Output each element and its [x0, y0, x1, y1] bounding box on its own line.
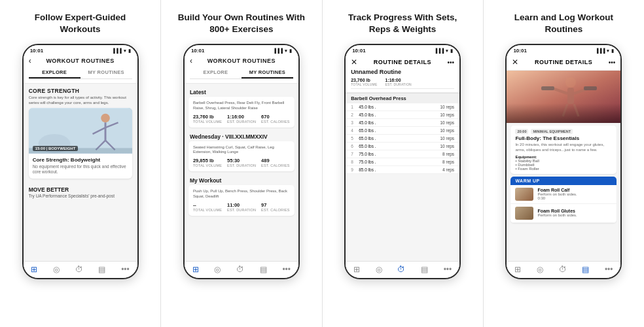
phone-4-statusbar: 10:01 ▐▐▐ ▾ ▮ [507, 45, 620, 55]
phone-1-title-row: ‹ WORKOUT ROUTINES [29, 58, 132, 64]
home-icon-4[interactable]: ⊞ [514, 265, 521, 274]
card-info-1: Core Strength: Bodyweight No equipment r… [29, 154, 132, 179]
lesson-tags: 20:00 MINIMAL EQUIPMENT [515, 129, 612, 134]
signal-icon: ▐▐▐ [112, 48, 122, 53]
panel-2-title: Build Your Own Routines With 800+ Exerci… [176, 12, 307, 35]
phone-1-bottombar: ⊞ ◎ ⏱ ▤ ••• [24, 261, 137, 278]
close-icon-4[interactable]: ✕ [512, 58, 518, 67]
workout-item-myworkout[interactable]: Push Up, Pull Up, Bench Press, Shoulder … [188, 185, 295, 216]
log-icon-2[interactable]: ▤ [260, 265, 267, 274]
more-icon-3[interactable]: ••• [444, 265, 452, 274]
timer-icon-3[interactable]: ⏱ [397, 265, 405, 274]
warmup-name-1: Foam Roll Calf [537, 188, 612, 192]
tab-explore-1[interactable]: EXPLORE [29, 67, 80, 78]
myworkout-exercises: Push Up, Pull Up, Bench Press, Shoulder … [193, 189, 290, 199]
phone-1-content: CORE STRENGTH Core strength is key for a… [24, 84, 137, 261]
sets-section: 1 45.0 lbs . 10 reps 2 45.0 lbs . 10 rep… [346, 103, 459, 174]
tab-explore-2[interactable]: EXPLORE [190, 67, 241, 78]
close-icon-3[interactable]: ✕ [351, 58, 357, 67]
card-name-1: Core Strength: Bodyweight [33, 157, 128, 163]
move-better-sub: Try UA Performance Specialists' pre-and-… [29, 194, 132, 198]
phone-1-statusbar: 10:01 ▐▐▐ ▾ ▮ [24, 45, 137, 55]
battery-icon: ▮ [128, 48, 131, 54]
log-icon-3[interactable]: ▤ [421, 265, 428, 274]
search-icon-4[interactable]: ◎ [537, 265, 543, 274]
latest-stats: 23,760 lb TOTAL VOLUME 1:16:00 EST. DURA… [193, 114, 290, 124]
section-header-1: CORE STRENGTH Core strength is key for a… [24, 84, 137, 108]
core-strength-card[interactable]: 15:00 | BODYWEIGHT Core Strength: Bodywe… [29, 108, 132, 179]
wifi-icon: ▾ [124, 48, 126, 54]
panel-3: Track Progress With Sets, Reps & Weights… [323, 0, 484, 327]
more-menu-icon-4[interactable]: ••• [609, 59, 616, 66]
panels-container: Follow Expert-Guided Workouts 10:01 ▐▐▐ … [0, 0, 644, 327]
more-icon-2[interactable]: ••• [282, 265, 291, 274]
home-icon-2[interactable]: ⊞ [192, 265, 199, 274]
warmup-info-2: Foam Roll Glutes Perform on both sides. [537, 209, 612, 217]
card-desc-1: No equipment required for this quick and… [33, 164, 128, 175]
phone-2-header: ‹ WORKOUT ROUTINES EXPLORE MY ROUTINES [185, 55, 298, 84]
tab-my-routines-2[interactable]: MY ROUTINES [241, 67, 293, 78]
timer-icon-4[interactable]: ⏱ [559, 265, 567, 274]
wednesday-stats: 29,855 lb TOTAL VOLUME 55:30 EST. DURATI… [193, 158, 290, 167]
warmup-thumb-1 [515, 188, 533, 201]
home-icon-3[interactable]: ⊞ [353, 265, 360, 274]
phone-3: 10:01 ▐▐▐ ▾ ▮ ✕ ROUTINE DETAILS ••• Unna… [344, 44, 461, 279]
svg-rect-16 [541, 86, 554, 90]
lesson-card-4[interactable]: 20:00 MINIMAL EQUIPMENT Full-Body: The E… [510, 126, 617, 174]
phone-2-tabs: EXPLORE MY ROUTINES [190, 67, 293, 79]
timer-icon-2[interactable]: ⏱ [236, 265, 244, 274]
workout-item-latest[interactable]: Barbell Overhead Press, Rear Delt Fly, F… [188, 97, 295, 128]
warmup-info-1: Foam Roll Calf Perform on both sides. 0:… [537, 188, 612, 200]
battery-icon-3: ▮ [450, 48, 453, 54]
signal-icon-4: ▐▐▐ [595, 48, 605, 53]
phone-4-time: 10:01 [513, 48, 526, 54]
myworkout-stats: -- TOTAL VOLUME 11:00 EST. DURATION 97 E… [193, 202, 290, 212]
my-volume: -- TOTAL VOLUME [193, 202, 222, 212]
warmup-item-2[interactable]: Foam Roll Glutes Perform on both sides. [510, 204, 617, 223]
home-icon-1[interactable]: ⊞ [31, 265, 37, 274]
warmup-name-2: Foam Roll Glutes [537, 209, 612, 213]
more-icon-1[interactable]: ••• [121, 265, 130, 274]
warmup-time-1: 0:30 [537, 196, 612, 200]
search-icon-2[interactable]: ◎ [214, 265, 221, 274]
wednesday-label: Wednesday · VIII.XXI.MMXXIV [185, 131, 298, 141]
more-icon-4[interactable]: ••• [605, 265, 613, 274]
panel-2: Build Your Own Routines With 800+ Exerci… [161, 0, 322, 327]
panel-1-title: Follow Expert-Guided Workouts [15, 12, 146, 35]
phone-4-status-icons: ▐▐▐ ▾ ▮ [595, 48, 614, 54]
search-icon-1[interactable]: ◎ [53, 265, 60, 274]
warmup-header: WARM UP [510, 177, 617, 185]
set-row-5: 5 65.0 lbs . 10 reps [346, 135, 459, 143]
back-arrow-icon-2[interactable]: ‹ [190, 56, 192, 65]
tab-my-routines-1[interactable]: MY ROUTINES [80, 67, 132, 78]
lesson-tag-equipment: MINIMAL EQUIPMENT [531, 129, 573, 134]
latest-label: Latest [185, 86, 298, 97]
battery-icon-2: ▮ [289, 48, 292, 54]
warmup-section: WARM UP Foam Roll Calf Perform on both s… [510, 177, 617, 223]
phone-2-title-row: ‹ WORKOUT ROUTINES [190, 58, 293, 64]
set-row-2: 2 45.0 lbs . 10 reps [346, 111, 459, 119]
phone-2-statusbar: 10:01 ▐▐▐ ▾ ▮ [185, 45, 298, 55]
card-image-1: 15:00 | BODYWEIGHT [29, 108, 132, 154]
search-icon-3[interactable]: ◎ [376, 265, 382, 274]
back-arrow-icon[interactable]: ‹ [29, 56, 31, 65]
more-menu-icon-3[interactable]: ••• [448, 59, 455, 66]
wednesday-exercises: Seated Hamstring Curl, Squat, Calf Raise… [193, 145, 290, 156]
warmup-item-1[interactable]: Foam Roll Calf Perform on both sides. 0:… [510, 185, 617, 204]
phone-2-time: 10:01 [191, 48, 204, 54]
panel-3-title: Track Progress With Sets, Reps & Weights [337, 12, 468, 35]
phone-1-time: 10:01 [30, 48, 43, 54]
timer-icon-1[interactable]: ⏱ [75, 265, 83, 274]
routine-duration: 1:16:00 EST. DURATION [385, 78, 412, 86]
set-row-3: 3 45.0 lbs . 10 reps [346, 119, 459, 127]
workout-item-wednesday[interactable]: Seated Hamstring Curl, Squat, Calf Raise… [188, 141, 295, 172]
my-duration: 11:00 EST. DURATION [227, 202, 256, 212]
lesson-tag-time: 20:00 [515, 129, 528, 134]
phone-4-bottombar: ⊞ ◎ ⏱ ▤ ••• [507, 261, 620, 278]
lesson-title-4: Full-Body: The Essentials [515, 135, 612, 141]
log-icon-1[interactable]: ▤ [98, 265, 105, 274]
log-icon-4[interactable]: ▤ [582, 265, 589, 274]
core-strength-label: CORE STRENGTH [29, 88, 132, 94]
wifi-icon-4: ▾ [607, 48, 609, 54]
phone-2: 10:01 ▐▐▐ ▾ ▮ ‹ WORKOUT ROUTINES EXPLORE… [183, 44, 300, 279]
